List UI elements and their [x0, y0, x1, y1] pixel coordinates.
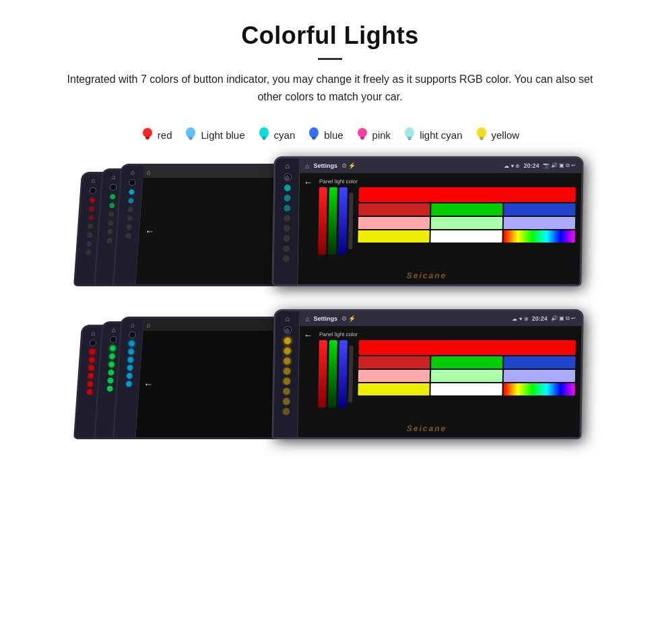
svg-point-12: [358, 128, 367, 137]
color-item-lightcyan: light cyan: [403, 127, 462, 143]
color-item-yellow: yellow: [475, 127, 520, 143]
svg-point-18: [477, 127, 486, 138]
svg-rect-14: [361, 139, 364, 140]
svg-rect-10: [312, 137, 316, 139]
color-label-yellow: yellow: [492, 129, 520, 141]
svg-rect-8: [263, 139, 265, 140]
svg-point-9: [309, 127, 319, 138]
svg-point-3: [186, 127, 195, 138]
blue-bulb-icon: [307, 127, 321, 143]
svg-rect-11: [312, 139, 315, 140]
color-label-red: red: [158, 129, 172, 141]
svg-rect-4: [189, 137, 193, 139]
bottom-device-group: ⌂ ⌂ ←: [0, 309, 660, 459]
page-header: Colorful Lights Integrated with 7 colors…: [0, 0, 660, 117]
svg-rect-19: [480, 137, 484, 139]
color-label-lightcyan: light cyan: [420, 129, 462, 141]
cyan-bulb-icon: [257, 127, 271, 143]
svg-rect-7: [262, 137, 266, 139]
color-item-cyan: cyan: [257, 127, 296, 143]
color-item-pink: pink: [356, 127, 391, 143]
pink-bulb-icon: [356, 127, 369, 143]
svg-rect-20: [480, 139, 483, 140]
svg-point-15: [405, 127, 414, 138]
color-item-blue: blue: [307, 127, 343, 143]
header-divider: [318, 58, 342, 60]
panel-label: Panel light color: [319, 179, 576, 185]
svg-rect-1: [145, 137, 150, 139]
yellow-bulb-icon: [475, 127, 488, 143]
red-bulb-icon: [141, 127, 154, 143]
color-label-blue: blue: [324, 129, 343, 141]
main-device-top: ⌂ ⏻ ⌂ Settings: [271, 156, 583, 286]
header-description: Integrated with 7 colors of button indic…: [54, 71, 606, 105]
section-gap: [0, 293, 660, 309]
color-item-lightblue: Light blue: [184, 127, 244, 143]
stacked-devices-bottom: ⌂ ⌂ ←: [77, 311, 286, 439]
lightcyan-bulb-icon: [403, 127, 416, 143]
color-label-lightblue: Light blue: [201, 129, 244, 141]
stacked-devices-top: ⌂ ⌂ ←: [77, 158, 286, 286]
svg-rect-13: [360, 137, 364, 139]
screen-time: 20:24: [523, 162, 539, 169]
settings-label: Settings: [313, 162, 337, 169]
color-item-red: red: [141, 127, 172, 143]
svg-rect-17: [408, 139, 411, 140]
color-label-pink: pink: [372, 129, 391, 141]
lightblue-bulb-icon: [184, 127, 197, 143]
main-device-bottom: ⌂ ⏻ ⌂ Settings: [271, 309, 583, 439]
svg-rect-16: [407, 137, 411, 139]
svg-rect-2: [146, 139, 149, 140]
page-title: Colorful Lights: [40, 22, 620, 50]
svg-rect-5: [189, 139, 192, 140]
svg-point-6: [259, 127, 269, 138]
color-legend: red Light blue cyan blue: [0, 117, 660, 156]
top-device-group: ⌂ ⌂ ←: [0, 156, 660, 293]
color-label-cyan: cyan: [274, 129, 296, 141]
svg-point-0: [143, 128, 152, 137]
